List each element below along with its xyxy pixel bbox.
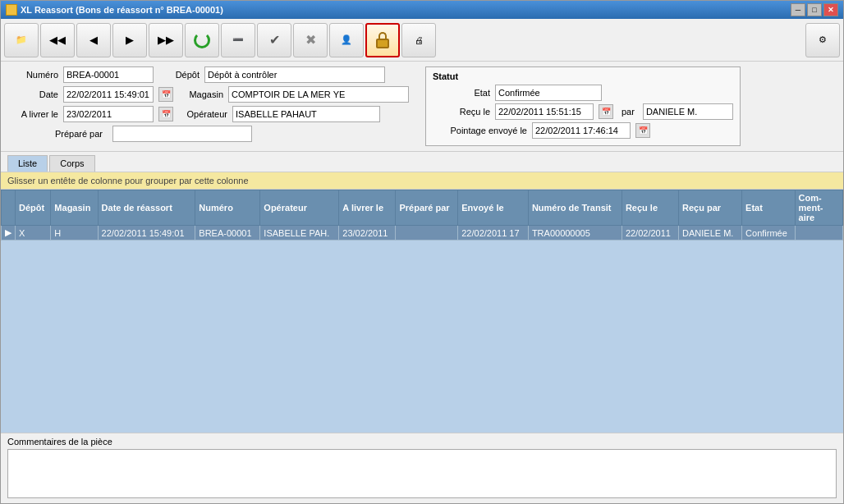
print-button[interactable]: 🖨: [401, 23, 436, 57]
col-numero[interactable]: Numéro: [195, 190, 260, 226]
depot-select[interactable]: Dépôt à contrôler: [204, 66, 385, 83]
refresh-button[interactable]: [185, 23, 219, 57]
pointage-calendar-button[interactable]: 📅: [635, 123, 650, 138]
tab-liste[interactable]: Liste: [7, 155, 48, 172]
table-container[interactable]: Dépôt Magasin Date de réassort Numéro Op…: [1, 190, 843, 433]
numero-row: Numéro Dépôt Dépôt à contrôler: [9, 66, 409, 83]
cell-numero: BREA-00001: [195, 226, 260, 241]
prepare-label: Préparé par: [9, 129, 103, 139]
cell-depot: X: [16, 226, 51, 241]
col-recu[interactable]: Reçu le: [622, 190, 678, 226]
user-button[interactable]: 👤: [329, 23, 364, 57]
title-controls: ─ □ ✕: [791, 3, 838, 16]
cell-transit: TRA00000005: [528, 226, 622, 241]
cell-commentaire: [795, 226, 842, 241]
col-arrow: [2, 190, 16, 226]
depot-label: Dépôt: [158, 70, 200, 80]
data-table: Dépôt Magasin Date de réassort Numéro Op…: [1, 190, 843, 241]
col-magasin[interactable]: Magasin: [51, 190, 98, 226]
window-icon: [6, 4, 17, 16]
prepare-select[interactable]: [112, 126, 252, 142]
back-button[interactable]: ◀◀: [40, 23, 75, 57]
col-recupar[interactable]: Reçu par: [679, 190, 742, 226]
recu-le-label: Reçu le: [433, 107, 490, 117]
toolbar: 📁 ◀◀ ◀ ▶ ▶▶ ➖ ✔ ✖ 👤: [1, 19, 843, 62]
cancel-button[interactable]: ✖: [293, 23, 328, 57]
cell-etat: Confirmée: [742, 226, 796, 241]
main-content: Glisser un entête de colonne pour groupe…: [1, 172, 843, 433]
col-transit[interactable]: Numéro de Transit: [528, 190, 622, 226]
date-label: Date: [9, 89, 58, 99]
folder-icon: 📁: [16, 34, 27, 45]
magasin-label: Magasin: [178, 89, 223, 99]
close-button[interactable]: ✕: [823, 3, 838, 16]
pointage-row: Pointage envoyé le 📅: [433, 122, 733, 139]
date-row: Date 📅 Magasin COMPTOIR DE LA MER YE: [9, 86, 409, 103]
row-arrow: ▶: [2, 226, 16, 241]
validate-button[interactable]: ✔: [257, 23, 291, 57]
comments-input[interactable]: [7, 449, 837, 498]
prepare-row: Préparé par: [9, 126, 409, 142]
delete-button[interactable]: ➖: [221, 23, 255, 57]
settings-button[interactable]: ⚙: [805, 23, 840, 57]
group-hint: Glisser un entête de colonne pour groupe…: [1, 172, 843, 190]
col-date-reassort[interactable]: Date de réassort: [98, 190, 195, 226]
alivrer-label: A livrer le: [9, 109, 58, 119]
alivrer-row: A livrer le 📅 Opérateur ISABELLE PAHAUT: [9, 106, 409, 122]
table-header-row: Dépôt Magasin Date de réassort Numéro Op…: [2, 190, 843, 226]
pointage-input[interactable]: [532, 122, 631, 139]
col-prepare[interactable]: Préparé par: [396, 190, 458, 226]
col-operateur[interactable]: Opérateur: [260, 190, 339, 226]
tab-corps[interactable]: Corps: [49, 155, 94, 172]
next-button[interactable]: ▶: [112, 23, 147, 57]
prev-icon: ◀: [89, 34, 98, 46]
open-button[interactable]: 📁: [4, 23, 39, 57]
main-window: XL Reassort (Bons de réassort n° BREA-00…: [0, 0, 844, 504]
back-icon: ◀◀: [49, 34, 66, 46]
cell-magasin: H: [51, 226, 98, 241]
title-bar: XL Reassort (Bons de réassort n° BREA-00…: [1, 1, 843, 19]
col-etat[interactable]: Etat: [742, 190, 796, 226]
comments-area: Commentaires de la pièce: [1, 433, 843, 503]
col-depot[interactable]: Dépôt: [16, 190, 51, 226]
fwd-button[interactable]: ▶▶: [149, 23, 183, 57]
col-commentaire[interactable]: Com­ment­aire: [795, 190, 842, 226]
date-calendar-button[interactable]: 📅: [158, 87, 173, 102]
check-icon: ✔: [269, 32, 280, 48]
lock-button[interactable]: [365, 23, 400, 57]
date-input[interactable]: [63, 86, 154, 103]
maximize-button[interactable]: □: [807, 3, 822, 16]
cell-recu: 22/02/2011: [622, 226, 678, 241]
par-select[interactable]: DANIELE M.: [643, 103, 733, 120]
par-label: par: [622, 107, 635, 117]
form-area: Numéro Dépôt Dépôt à contrôler Date 📅 Ma…: [1, 62, 843, 152]
cross-icon: ✖: [305, 32, 316, 48]
print-icon: 🖨: [415, 35, 424, 45]
alivrer-input[interactable]: [63, 106, 154, 122]
col-alivrer[interactable]: A livrer le: [339, 190, 396, 226]
etat-label: Etat: [433, 88, 490, 98]
lock-icon: [376, 32, 389, 48]
recu-row: Reçu le 📅 par DANIELE M.: [433, 103, 733, 120]
numero-input[interactable]: [63, 66, 154, 83]
recu-calendar-button[interactable]: 📅: [599, 104, 613, 119]
refresh-icon: [194, 32, 210, 48]
cell-alivrer: 23/02/2011: [339, 226, 396, 241]
table-row[interactable]: ▶ X H 22/02/2011 15:49:01 BREA-00001 ISA…: [2, 226, 843, 241]
minimize-button[interactable]: ─: [791, 3, 805, 16]
magasin-select[interactable]: COMPTOIR DE LA MER YE: [228, 86, 409, 103]
window-title: XL Reassort (Bons de réassort n° BREA-00…: [21, 5, 223, 15]
cell-operateur: ISABELLE PAH.: [260, 226, 339, 241]
col-envoye[interactable]: Envoyé le: [458, 190, 529, 226]
prev-button[interactable]: ◀: [76, 23, 111, 57]
cell-recupar: DANIELE M.: [679, 226, 742, 241]
recu-le-input[interactable]: [495, 103, 594, 120]
alivrer-calendar-button[interactable]: 📅: [158, 107, 173, 121]
cell-prepare: [396, 226, 458, 241]
tabs-bar: Liste Corps: [1, 152, 843, 172]
operateur-label: Opérateur: [178, 109, 227, 119]
cell-date-reassort: 22/02/2011 15:49:01: [98, 226, 195, 241]
gear-icon: ⚙: [819, 34, 827, 45]
etat-input[interactable]: [495, 85, 602, 101]
operateur-select[interactable]: ISABELLE PAHAUT: [232, 106, 380, 122]
